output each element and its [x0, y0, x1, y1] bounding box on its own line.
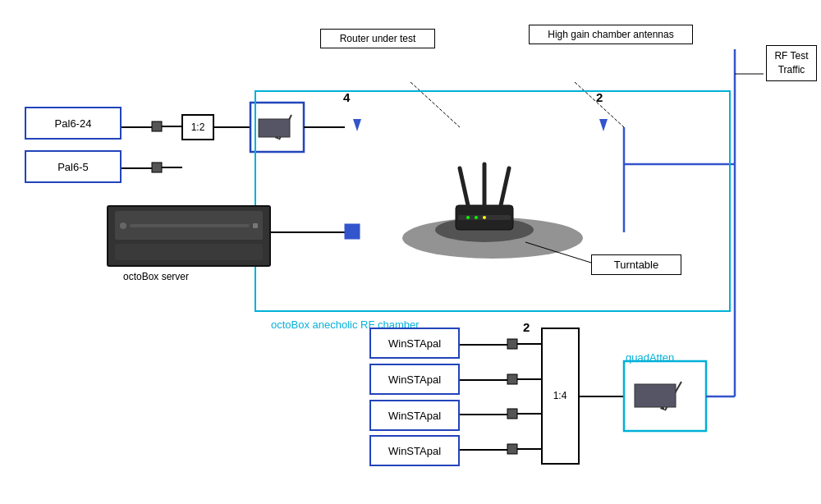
svg-rect-6 — [182, 115, 213, 140]
winstapal-3-box: WinSTApal — [369, 400, 460, 431]
svg-rect-35 — [507, 444, 517, 454]
server-label: octoBox server — [123, 271, 189, 282]
winstapal-2-box: WinSTApal — [369, 364, 460, 395]
svg-rect-26 — [507, 339, 517, 349]
server-box — [107, 205, 271, 267]
svg-line-40 — [665, 382, 681, 410]
diagram: Pal6-24 Pal6-5 1:2 4 2 Router under test… — [0, 0, 821, 504]
svg-rect-2 — [152, 121, 162, 131]
svg-rect-32 — [507, 409, 517, 419]
turntable-label: Turntable — [591, 254, 681, 275]
svg-line-50 — [460, 168, 468, 205]
router-label: Router under test — [320, 29, 435, 48]
svg-rect-3 — [152, 163, 162, 172]
num-2-bottom-label: 2 — [523, 320, 530, 334]
ratio-1-2-label: 1:2 — [182, 115, 213, 140]
winstapal-1-box: WinSTApal — [369, 328, 460, 359]
pal6-24-box: Pal6-24 — [25, 107, 122, 140]
svg-point-54 — [466, 216, 470, 219]
svg-rect-42 — [635, 384, 676, 407]
pal6-5-box: Pal6-5 — [25, 150, 122, 183]
svg-marker-41 — [660, 404, 665, 410]
pal6-24-label: Pal6-24 — [55, 117, 92, 130]
winstapal-4-box: WinSTApal — [369, 435, 460, 466]
pal6-5-label: Pal6-5 — [57, 161, 89, 173]
svg-rect-29 — [507, 374, 517, 384]
svg-point-55 — [475, 216, 478, 219]
ratio-1-4-label: 1:4 — [544, 390, 576, 401]
high-gain-label: High gain chamber antennas — [529, 25, 693, 44]
svg-rect-39 — [624, 361, 706, 431]
rf-test-label: RF Test Traffic — [766, 45, 817, 81]
router-image — [427, 156, 542, 246]
svg-line-52 — [501, 168, 509, 205]
svg-point-56 — [483, 216, 486, 219]
svg-rect-37 — [542, 328, 579, 464]
quad-atten-label: quadAtten — [626, 351, 674, 364]
